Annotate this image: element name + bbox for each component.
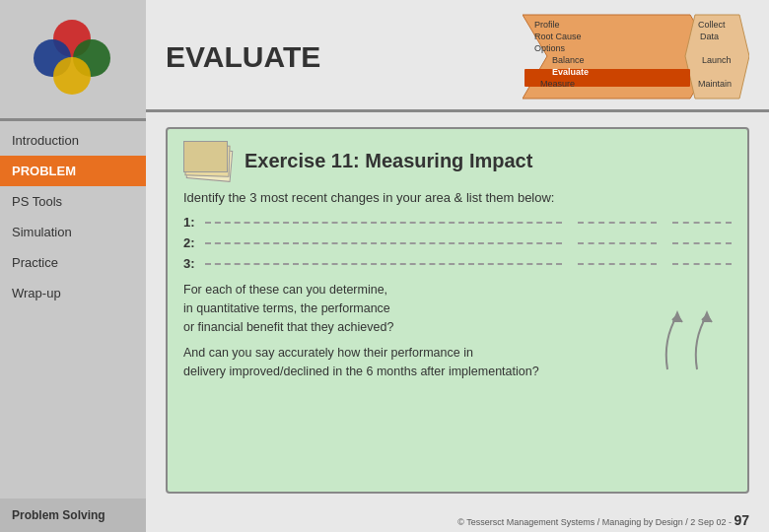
svg-text:Collect: Collect xyxy=(698,20,726,30)
svg-text:Profile: Profile xyxy=(534,20,560,30)
svg-text:Data: Data xyxy=(700,32,719,41)
svg-marker-14 xyxy=(702,310,712,322)
svg-text:Evaluate: Evaluate xyxy=(552,67,589,77)
line-label-3: 3: xyxy=(183,256,201,271)
exercise-text2: And can you say accurately how their per… xyxy=(183,344,597,381)
sidebar-divider xyxy=(0,118,146,121)
nav-arrows-svg: Profile Root Cause Options Balance Evalu… xyxy=(523,10,749,103)
line-row-1: 1: xyxy=(183,215,732,230)
svg-text:Balance: Balance xyxy=(552,55,585,65)
nav-diagram: Profile Root Cause Options Balance Evalu… xyxy=(523,10,749,103)
svg-text:Maintain: Maintain xyxy=(698,79,732,89)
svg-text:Launch: Launch xyxy=(702,55,732,65)
dashed-1c xyxy=(672,222,732,224)
exercise-text1: For each of these can you determine, in … xyxy=(183,281,519,336)
sidebar-item-wrap-up[interactable]: Wrap-up xyxy=(0,278,146,308)
notepad-icon xyxy=(183,141,233,180)
sidebar-item-ps-tools[interactable]: PS Tools xyxy=(0,186,146,217)
line-label-1: 1: xyxy=(183,215,201,230)
sidebar-nav: Introduction PROBLEM PS Tools Simulation… xyxy=(0,125,146,499)
logo-circles xyxy=(34,20,112,99)
line-label-2: 2: xyxy=(183,235,201,250)
logo-area xyxy=(0,0,146,118)
sidebar-bottom-label: Problem Solving xyxy=(0,499,146,532)
svg-text:Options: Options xyxy=(534,43,566,53)
sidebar-item-problem[interactable]: PROBLEM xyxy=(0,156,146,186)
sidebar-item-practice[interactable]: Practice xyxy=(0,247,146,278)
svg-marker-13 xyxy=(672,310,682,322)
footer-page-number: 97 xyxy=(734,512,749,528)
dashed-2b xyxy=(578,242,657,244)
dashed-2c xyxy=(672,242,732,244)
svg-text:Root Cause: Root Cause xyxy=(534,32,582,41)
dashed-1b xyxy=(578,222,657,224)
decorative-arrows xyxy=(653,281,732,383)
exercise-box: Exercise 11: Measuring Impact Identify t… xyxy=(166,127,749,494)
dashed-3c xyxy=(672,263,732,265)
sidebar-item-introduction[interactable]: Introduction xyxy=(0,125,146,156)
footer-copyright: © Tessersct Management Systems / Managin… xyxy=(457,517,732,527)
content-area: Exercise 11: Measuring Impact Identify t… xyxy=(146,112,769,508)
exercise-title: Exercise 11: Measuring Impact xyxy=(245,150,532,172)
sidebar-item-simulation[interactable]: Simulation xyxy=(0,217,146,247)
page-title: EVALUATE xyxy=(166,40,523,74)
dashed-1a xyxy=(205,222,562,224)
exercise-header: Exercise 11: Measuring Impact xyxy=(183,141,732,180)
footer: © Tessersct Management Systems / Managin… xyxy=(146,508,769,532)
exercise-subtitle: Identify the 3 most recent changes in yo… xyxy=(183,190,732,205)
header: EVALUATE Profile Root Cause Options Bala… xyxy=(146,0,769,109)
arrows-deco-svg xyxy=(653,291,732,379)
line-row-2: 2: xyxy=(183,235,732,250)
paper-front xyxy=(183,141,228,172)
dashed-3a xyxy=(205,263,562,265)
line-row-3: 3: xyxy=(183,256,732,271)
dashed-2a xyxy=(205,242,562,244)
main-content: EVALUATE Profile Root Cause Options Bala… xyxy=(146,0,769,532)
dashed-3b xyxy=(578,263,657,265)
circle-yellow xyxy=(53,57,91,95)
svg-text:Measure: Measure xyxy=(540,79,575,89)
sidebar: Introduction PROBLEM PS Tools Simulation… xyxy=(0,0,146,532)
